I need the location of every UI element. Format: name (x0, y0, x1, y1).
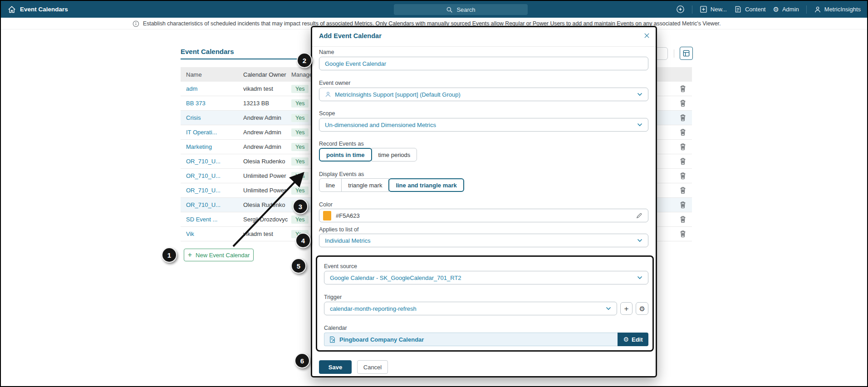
calendar-name-link[interactable]: IT Operati... (186, 129, 217, 136)
toggle-points-in-time[interactable]: points in time (319, 148, 372, 162)
display-events-label: Display Events as (319, 171, 364, 177)
manage-badge: Yes (291, 216, 309, 224)
delete-icon[interactable] (679, 128, 687, 136)
new-event-calendar-button[interactable]: + New Event Calendar (184, 249, 254, 261)
toggle-line-and-triangle-mark[interactable]: line and triangle mark (388, 178, 464, 192)
delete-icon[interactable] (679, 186, 687, 194)
edit-calendar-button[interactable]: ⚙ Edit (618, 333, 648, 346)
calendar-name-link[interactable]: BB 373 (186, 100, 206, 107)
callout-6: 6 (294, 353, 310, 368)
column-header-name[interactable]: Name (181, 71, 238, 78)
event-source-value: Google Calendar - SK_GoogleCalendar_701_… (330, 274, 461, 281)
column-settings-button[interactable] (680, 47, 693, 60)
gear-icon: ⚙ (639, 305, 645, 312)
trigger-settings-button[interactable]: ⚙ (636, 302, 648, 315)
manage-badge: Yes (291, 186, 309, 195)
calendar-name-link[interactable]: SD Event ... (186, 216, 217, 223)
calendar-name-link[interactable]: OR_710_U... (186, 187, 221, 194)
pencil-icon[interactable] (636, 212, 642, 219)
nav-admin-label: Admin (782, 6, 799, 13)
controls-divider (674, 49, 674, 58)
delete-icon[interactable] (679, 114, 687, 122)
event-source-select[interactable]: Google Calendar - SK_GoogleCalendar_701_… (324, 271, 648, 284)
calendar-name-link[interactable]: OR_710_U... (186, 201, 221, 208)
plus-icon: + (188, 251, 192, 259)
applies-to-value: Individual Metrics (325, 237, 370, 244)
callout-1: 1 (162, 247, 177, 263)
home-icon[interactable] (7, 5, 16, 14)
assistant-icon[interactable] (676, 5, 685, 14)
trigger-select[interactable]: calendar-month-reporting-refresh (324, 302, 617, 315)
calendar-name-link[interactable]: Vik (186, 230, 194, 237)
applies-to-label: Applies to list of (319, 226, 359, 233)
delete-icon[interactable] (679, 85, 687, 93)
color-input[interactable]: #F5A623 (319, 209, 648, 222)
global-search[interactable]: Search (394, 4, 528, 15)
color-value: #F5A623 (336, 212, 360, 219)
calendar-label: Calendar (324, 325, 347, 331)
event-source-label: Event source (324, 263, 357, 269)
column-header-owner[interactable]: Calendar Owner (238, 71, 288, 78)
top-navigation-bar: Event Calendars Search New... Content ⚙ … (1, 1, 867, 18)
add-event-calendar-modal: Add Event Calendar Name Google Event Cal… (311, 26, 657, 377)
name-input[interactable]: Google Event Calendar (319, 57, 648, 70)
nav-content-menu[interactable]: Content (734, 5, 766, 13)
close-icon[interactable] (644, 33, 650, 39)
chevron-down-icon (606, 307, 611, 310)
owner-user-icon (325, 91, 331, 98)
nav-account-menu[interactable]: MetricInsights (814, 6, 861, 13)
delete-icon[interactable] (679, 157, 687, 165)
delete-icon[interactable] (679, 99, 687, 107)
nav-content-label: Content (745, 6, 766, 13)
nav-divider (692, 5, 692, 14)
calendar-owner-cell: Andrew Admin (238, 129, 288, 136)
callout-5: 5 (291, 258, 306, 274)
delete-icon[interactable] (679, 172, 687, 180)
delete-icon[interactable] (679, 143, 687, 151)
applies-to-select[interactable]: Individual Metrics (319, 234, 648, 247)
modal-divider (312, 46, 656, 47)
color-label: Color (319, 201, 333, 208)
toggle-time-periods[interactable]: time periods (372, 148, 417, 162)
search-label: Search (456, 6, 475, 13)
scope-select[interactable]: Un-dimensioned and Dimensioned Metrics (319, 118, 648, 132)
scope-value: Un-dimensioned and Dimensioned Metrics (325, 122, 436, 128)
layout-grid-icon (682, 49, 690, 57)
calendar-owner-cell: Unlimited Power (238, 187, 288, 194)
delete-icon[interactable] (679, 230, 687, 238)
delete-icon[interactable] (679, 201, 687, 209)
manage-badge: Yes (291, 99, 309, 108)
cancel-button[interactable]: Cancel (357, 360, 388, 374)
calendar-name-link[interactable]: Marketing (186, 143, 212, 150)
calendar-name-link[interactable]: OR_710_U... (186, 158, 221, 165)
chevron-down-icon (637, 123, 642, 127)
calendar-owner-cell: vikadm test (238, 85, 288, 92)
calendar-link[interactable]: Pingboard Company Calendar (324, 333, 618, 346)
event-owner-select[interactable]: MetricInsights Support [support] (Defaul… (319, 88, 648, 101)
nav-account-label: MetricInsights (824, 6, 861, 13)
nav-admin-menu[interactable]: ⚙ Admin (773, 6, 799, 13)
display-events-toggle: line triangle mark line and triangle mar… (319, 178, 464, 192)
name-value: Google Event Calendar (325, 60, 386, 67)
calendar-owner-cell: Unlimited Power (238, 172, 288, 179)
save-button[interactable]: Save (319, 360, 352, 374)
toggle-line[interactable]: line (319, 178, 342, 192)
toggle-triangle-mark[interactable]: triangle mark (341, 178, 389, 192)
event-owner-label: Event owner (319, 80, 350, 86)
section-title: Event Calendars (181, 48, 234, 55)
manage-badge: Yes (291, 85, 309, 93)
chevron-down-icon (637, 276, 642, 279)
calendar-name-link[interactable]: adm (186, 85, 197, 92)
manage-badge: Yes (291, 172, 309, 180)
calendar-value: Pingboard Company Calendar (339, 336, 424, 343)
calendar-name-link[interactable]: OR_710_U... (186, 172, 221, 179)
plus-icon: + (624, 305, 628, 313)
delete-icon[interactable] (679, 216, 687, 223)
gear-icon: ⚙ (623, 336, 629, 343)
nav-new-menu[interactable]: New... (700, 5, 727, 13)
add-trigger-button[interactable]: + (620, 302, 633, 315)
calendar-owner-cell: 13213 BB (238, 100, 288, 107)
name-label: Name (319, 49, 334, 55)
new-icon (700, 5, 707, 13)
calendar-name-link[interactable]: Crisis (186, 114, 201, 121)
